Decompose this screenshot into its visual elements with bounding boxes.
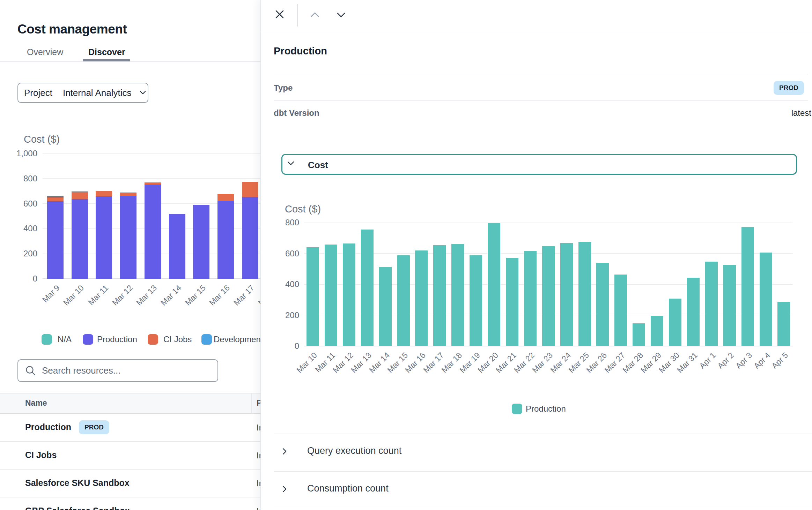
bar-production-mar-15[interactable] <box>397 255 410 346</box>
bar-production-mar-19[interactable] <box>470 255 482 346</box>
bar-production-mar-17[interactable] <box>433 245 446 346</box>
bar-production-mar-23[interactable] <box>542 246 555 346</box>
bar-production-mar-10[interactable] <box>307 247 319 346</box>
bar-production-mar-27[interactable] <box>614 275 627 346</box>
bar-production-mar-26[interactable] <box>596 263 609 346</box>
bar-production-mar-20[interactable] <box>488 223 500 346</box>
bar-production-mar-29[interactable] <box>651 316 663 346</box>
bar-production-mar-18[interactable] <box>451 244 464 346</box>
production-detail-panel: Production Type PROD dbt Version latest … <box>260 0 812 510</box>
bar-production-mar-13[interactable] <box>361 230 374 346</box>
bar-production-mar-11[interactable] <box>325 245 337 346</box>
bar-production-mar-16[interactable] <box>415 250 428 346</box>
bar-production-mar-12[interactable] <box>343 243 355 346</box>
gridline <box>304 223 793 223</box>
y-tick-label: 400 <box>266 279 299 290</box>
app-window: Cost management Overview Discover Projec… <box>0 0 812 510</box>
bar-production-mar-14[interactable] <box>379 267 392 346</box>
bar-production-apr-1[interactable] <box>705 262 718 346</box>
bar-production-mar-24[interactable] <box>560 243 573 346</box>
y-tick-label: 0 <box>266 341 299 351</box>
bar-production-mar-30[interactable] <box>669 299 681 346</box>
y-tick-label: 200 <box>266 310 299 321</box>
bar-production-mar-22[interactable] <box>524 251 537 346</box>
bar-production-mar-21[interactable] <box>506 258 518 346</box>
bar-production-apr-4[interactable] <box>760 253 772 346</box>
bar-production-mar-28[interactable] <box>633 323 645 346</box>
y-tick-label: 800 <box>266 217 299 228</box>
bar-production-apr-5[interactable] <box>777 302 790 346</box>
bar-production-apr-3[interactable] <box>741 227 754 346</box>
production-cost-chart: 8006004002000Mar 10Mar 11Mar 12Mar 13Mar… <box>0 0 812 510</box>
bar-production-apr-2[interactable] <box>723 265 736 346</box>
bar-production-mar-25[interactable] <box>578 242 591 346</box>
bar-production-mar-31[interactable] <box>687 278 700 346</box>
y-tick-label: 600 <box>266 248 299 259</box>
